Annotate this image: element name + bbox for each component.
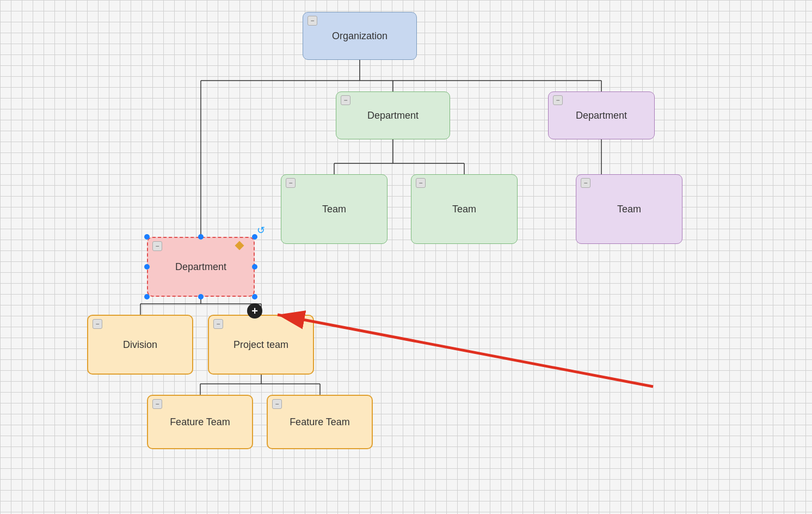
collapse-team2[interactable]: − bbox=[416, 178, 426, 188]
handle-br[interactable] bbox=[252, 294, 257, 299]
handle-tm[interactable] bbox=[198, 234, 204, 240]
handle-bm[interactable] bbox=[198, 294, 204, 299]
label-team1: Team bbox=[322, 204, 346, 215]
node-team3[interactable]: − Team bbox=[576, 174, 682, 244]
label-organization: Organization bbox=[332, 30, 387, 42]
node-division[interactable]: − Division bbox=[87, 315, 193, 375]
style-handle[interactable] bbox=[235, 241, 244, 250]
label-feature2: Feature Team bbox=[290, 417, 350, 428]
collapse-team3[interactable]: − bbox=[581, 178, 590, 188]
collapse-team1[interactable]: − bbox=[286, 178, 296, 188]
label-division: Division bbox=[123, 339, 157, 351]
label-feature1: Feature Team bbox=[170, 417, 230, 428]
node-dept2[interactable]: − Department bbox=[548, 91, 655, 139]
add-child-button[interactable]: + bbox=[247, 303, 262, 319]
collapse-dept-selected[interactable]: − bbox=[152, 241, 162, 251]
collapse-dept1[interactable]: − bbox=[341, 95, 350, 105]
label-dept1: Department bbox=[367, 110, 419, 121]
label-project-team: Project team bbox=[233, 339, 288, 351]
node-organization[interactable]: − Organization bbox=[303, 12, 417, 60]
node-feature2[interactable]: − Feature Team bbox=[267, 395, 373, 449]
handle-ml[interactable] bbox=[144, 264, 150, 270]
node-dept1[interactable]: − Department bbox=[336, 91, 450, 139]
collapse-project-team[interactable]: − bbox=[213, 319, 223, 329]
handle-bl[interactable] bbox=[144, 294, 150, 299]
label-dept-selected: Department bbox=[175, 261, 226, 273]
annotation-arrow bbox=[0, 0, 812, 514]
collapse-feature2[interactable]: − bbox=[272, 399, 282, 409]
node-team2[interactable]: − Team bbox=[411, 174, 518, 244]
handle-mr[interactable] bbox=[252, 264, 257, 270]
svg-line-21 bbox=[278, 315, 653, 387]
collapse-organization[interactable]: − bbox=[307, 16, 317, 26]
node-dept-selected[interactable]: − Department bbox=[147, 237, 255, 297]
diagram-canvas[interactable]: − Organization − Department − Department… bbox=[0, 0, 812, 514]
connector-lines bbox=[0, 0, 812, 514]
handle-tl[interactable] bbox=[144, 234, 150, 240]
collapse-dept2[interactable]: − bbox=[553, 95, 563, 105]
node-feature1[interactable]: − Feature Team bbox=[147, 395, 253, 449]
node-project-team[interactable]: − Project team bbox=[208, 315, 314, 375]
label-team3: Team bbox=[617, 204, 641, 215]
rotate-handle[interactable]: ↺ bbox=[257, 224, 268, 235]
node-team1[interactable]: − Team bbox=[281, 174, 387, 244]
collapse-feature1[interactable]: − bbox=[152, 399, 162, 409]
collapse-division[interactable]: − bbox=[93, 319, 102, 329]
label-team2: Team bbox=[452, 204, 476, 215]
label-dept2: Department bbox=[576, 110, 627, 121]
